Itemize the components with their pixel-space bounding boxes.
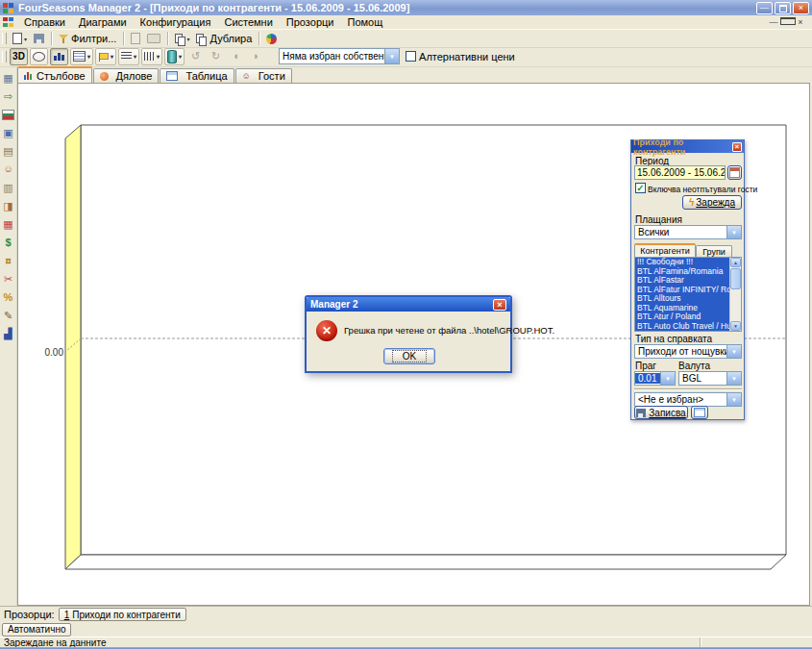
rooms-grid-icon[interactable]: ▦ xyxy=(1,70,16,86)
dropdown-arrow-icon[interactable]: ▾ xyxy=(111,53,113,60)
list-item[interactable]: BTL AlFamina/Romania xyxy=(635,267,729,277)
toolbar-grip[interactable] xyxy=(2,33,7,44)
percent-icon[interactable]: % xyxy=(1,289,16,305)
report-chart-button[interactable] xyxy=(263,31,280,46)
period-input[interactable]: 15.06.2009 - 15.06.2009 xyxy=(634,165,726,180)
combo-dropdown-icon[interactable]: ▼ xyxy=(726,372,741,385)
list-item[interactable]: !!! Свободни !!! xyxy=(635,258,729,267)
print-preview-button[interactable] xyxy=(128,31,143,46)
list-scrollbar[interactable]: ▲ ▼ xyxy=(729,258,741,331)
mini-bars-button[interactable] xyxy=(50,48,68,65)
open-window-button[interactable]: 1 Приходи по контрагенти xyxy=(59,608,186,621)
scroll-up-icon[interactable]: ▲ xyxy=(730,258,741,267)
print-button[interactable] xyxy=(144,31,163,46)
rotate-cw-button[interactable]: ↻ xyxy=(207,48,225,65)
report-type-combo[interactable]: Приходи от нощувки ▼ xyxy=(634,344,742,359)
list-item[interactable]: BTL AlFatur INFINITY/ Romani xyxy=(635,286,729,295)
list-item[interactable]: BTL Atur / Poland xyxy=(635,312,729,322)
menu-item-configuration[interactable]: Конфигурация xyxy=(134,16,218,28)
currency-dollar-icon[interactable]: $ xyxy=(1,235,16,250)
form-icon[interactable]: ▤ xyxy=(1,143,16,159)
ok-button[interactable]: OK xyxy=(383,348,435,364)
minimize-button[interactable]: — xyxy=(756,2,773,14)
tab-guests[interactable]: ☺ Гости xyxy=(235,68,292,83)
tab-shares[interactable]: Дялове xyxy=(93,68,160,83)
dropdown-arrow-icon[interactable]: ▾ xyxy=(157,53,160,60)
edit-form-icon[interactable]: ✎ xyxy=(1,308,16,323)
alt-prices-checkbox[interactable] xyxy=(406,51,416,62)
combo-dropdown-icon[interactable]: ▼ xyxy=(384,49,399,63)
panel-title-bar[interactable]: Приходи по контрагенти × xyxy=(631,140,744,153)
cylinder-series-button[interactable]: ▾ xyxy=(164,48,185,65)
filters-button[interactable]: Филтри... xyxy=(56,31,119,46)
load-button[interactable]: ϟ Зарежда xyxy=(682,195,742,210)
guests-icon[interactable]: ☺ xyxy=(1,162,16,177)
duplicate-button[interactable]: Дублира xyxy=(193,31,255,46)
combo-dropdown-icon[interactable]: ▼ xyxy=(726,226,741,238)
combo-dropdown-icon[interactable]: ▼ xyxy=(660,372,675,385)
payments-combo[interactable]: Всички ▼ xyxy=(634,225,742,239)
panel-close-button[interactable]: × xyxy=(732,142,742,152)
scroll-down-icon[interactable]: ▼ xyxy=(730,321,741,331)
dropdown-arrow-icon[interactable]: ▾ xyxy=(179,53,182,60)
cash-register-icon[interactable]: ◨ xyxy=(1,198,16,213)
menu-item-reports[interactable]: Справки xyxy=(17,16,72,28)
labels-flag-button[interactable]: ▾ xyxy=(95,48,116,65)
dialog-close-button[interactable]: × xyxy=(493,299,506,311)
restore-button[interactable] xyxy=(775,2,791,14)
automatic-button[interactable]: Автоматично xyxy=(2,623,71,637)
ellipse-shape-button[interactable] xyxy=(30,48,48,65)
payments-icon[interactable]: ¤ xyxy=(1,253,16,268)
list-item[interactable]: BTL AlFastar xyxy=(635,276,729,286)
save-button[interactable] xyxy=(31,31,47,46)
contractors-tab[interactable]: Контрагенти xyxy=(634,243,696,257)
cabinet-icon[interactable]: ▥ xyxy=(1,180,16,195)
calendar-button[interactable] xyxy=(727,165,742,180)
template-combo[interactable]: <Не е избран> ▼ xyxy=(634,392,742,407)
dialog-title-bar[interactable]: Manager 2 × xyxy=(307,297,510,312)
monitor-icon[interactable]: ▣ xyxy=(1,125,16,140)
toolbar-grip[interactable] xyxy=(2,51,7,62)
dropdown-arrow-icon[interactable]: ▾ xyxy=(87,53,90,60)
menu-item-system[interactable]: Системни xyxy=(217,16,279,28)
rotate-ccw-button[interactable]: ↺ xyxy=(186,48,205,65)
menu-item-help[interactable]: Помощ xyxy=(340,16,389,28)
mdi-close-button[interactable]: × xyxy=(794,17,807,27)
list-item[interactable]: BTL Aquamarine xyxy=(635,304,729,313)
include-guests-checkbox[interactable]: ✓ xyxy=(635,183,646,193)
depth-left-button[interactable]: ◖ xyxy=(227,48,245,65)
document-export-icon[interactable]: ⇨ xyxy=(1,88,16,104)
3d-toggle-button[interactable]: 3D xyxy=(10,48,28,65)
tab-columns[interactable]: Стълбове xyxy=(17,66,92,83)
vertical-grid-button[interactable]: ▾ xyxy=(141,48,162,65)
list-item[interactable]: BTL Alltours xyxy=(635,294,729,304)
dropdown-arrow-icon[interactable]: ▾ xyxy=(186,36,189,42)
currency-combo[interactable]: BGL ▼ xyxy=(678,371,742,386)
discount-scissors-icon[interactable]: ✂ xyxy=(1,271,16,287)
menu-item-windows[interactable]: Прозорци xyxy=(280,16,341,28)
chart-guest-icon[interactable]: ▟ xyxy=(1,326,16,341)
combo-dropdown-icon[interactable]: ▼ xyxy=(726,345,741,358)
bulgarian-flag-icon[interactable] xyxy=(1,107,16,122)
contractors-list[interactable]: !!! Свободни !!! BTL AlFamina/Romania BT… xyxy=(634,257,742,332)
new-document-button[interactable]: ▾ xyxy=(10,31,30,46)
dropdown-arrow-icon[interactable]: ▾ xyxy=(24,36,27,42)
tab-table[interactable]: Таблица xyxy=(160,68,234,83)
combo-dropdown-icon[interactable]: ▼ xyxy=(726,393,741,406)
system-menu-icon[interactable] xyxy=(3,17,13,27)
mdi-minimize-button[interactable]: — xyxy=(767,17,780,27)
save-report-button[interactable]: Записва xyxy=(634,406,688,419)
grid-view-button[interactable] xyxy=(691,406,708,419)
close-button[interactable]: × xyxy=(793,2,809,14)
owner-combo[interactable]: Няма избран собственици ▼ xyxy=(279,48,400,64)
threshold-combo[interactable]: 0.01 ▼ xyxy=(634,371,676,386)
groups-tab[interactable]: Групи xyxy=(696,245,732,257)
menu-item-diagrams[interactable]: Диаграми xyxy=(72,16,134,28)
mdi-restore-button[interactable] xyxy=(780,17,794,27)
list-item[interactable]: BTL Auto Club Travel / Hunga xyxy=(635,322,729,332)
legend-button[interactable]: ▾ xyxy=(70,48,93,65)
horizontal-grid-button[interactable]: ▾ xyxy=(118,48,139,65)
copy-button[interactable]: ▾ xyxy=(172,31,192,46)
rates-grid-icon[interactable]: ▦ xyxy=(1,216,16,232)
dropdown-arrow-icon[interactable]: ▾ xyxy=(134,53,136,60)
